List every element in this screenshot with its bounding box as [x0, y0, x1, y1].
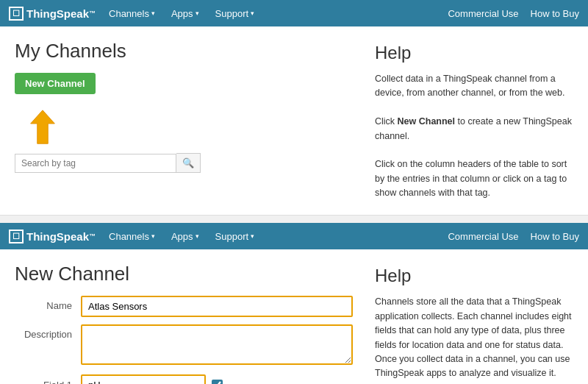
my-channels-section: My Channels New Channel 🔍 Help Collect d… [0, 26, 588, 216]
brand-icon-2: ☐ [9, 230, 24, 243]
field1-input[interactable] [81, 374, 206, 384]
help-panel: Help Collect data in a ThingSpeak channe… [375, 40, 573, 200]
field1-row: Field 1 [15, 374, 353, 384]
description-textarea[interactable] [81, 324, 353, 365]
description-row: Description [15, 324, 353, 367]
svg-marker-0 [31, 110, 55, 143]
name-input[interactable] [81, 296, 353, 317]
field1-checkbox[interactable] [212, 380, 223, 384]
help2-title: Help [375, 263, 573, 289]
new-channel-section: New Channel Name Description Field 1 [0, 249, 588, 384]
help-text: Collect data in a ThingSpeak channel fro… [375, 72, 573, 200]
brand-name-2: ThingSpeak [26, 230, 89, 243]
form-title: New Channel [15, 263, 353, 285]
navbar-top: ☐ ThingSpeak™ Channels ▾ Apps ▾ Support … [0, 0, 588, 26]
name-field-wrap [81, 296, 353, 317]
nav-channels[interactable]: Channels ▾ [101, 4, 162, 24]
commercial-use-link[interactable]: Commercial Use [448, 8, 518, 19]
help-paragraph1: Collect data in a ThingSpeak channel fro… [375, 72, 573, 101]
description-label: Description [15, 324, 81, 340]
nav-links-2: Channels ▾ Apps ▾ Support ▾ [101, 227, 448, 246]
channels-left-panel: My Channels New Channel 🔍 [15, 40, 353, 200]
chevron-down-icon: ▾ [151, 10, 155, 17]
help-title: Help [375, 40, 573, 66]
nav-apps-2[interactable]: Apps ▾ [164, 227, 207, 246]
chevron-down-icon-2: ▾ [151, 232, 155, 240]
help2-paragraph: Channels store all the data that a Thing… [375, 295, 573, 380]
description-field-wrap [81, 324, 353, 367]
new-channel-button[interactable]: New Channel [15, 73, 96, 94]
page-title: My Channels [15, 40, 353, 63]
navbar-bottom: ☐ ThingSpeak™ Channels ▾ Apps ▾ Support … [0, 223, 588, 249]
help-paragraph3: Click on the column headers of the table… [375, 157, 573, 200]
help-link-text: New Channel [398, 116, 456, 127]
chevron-down-icon: ▾ [196, 10, 199, 17]
help-paragraph2: Click New Channel to create a new ThingS… [375, 115, 573, 143]
search-input[interactable] [15, 154, 176, 173]
brand-icon: ☐ [9, 7, 24, 21]
help-panel-2: Help Channels store all the data that a … [375, 263, 573, 384]
nav-channels-2[interactable]: Channels ▾ [101, 227, 162, 246]
nav-links: Channels ▾ Apps ▾ Support ▾ [101, 4, 448, 24]
nav-right: Commercial Use How to Buy [448, 8, 579, 19]
form-panel: New Channel Name Description Field 1 [15, 263, 353, 384]
nav-right-2: Commercial Use How to Buy [448, 231, 579, 242]
nav-apps[interactable]: Apps ▾ [164, 4, 207, 24]
how-to-buy-link[interactable]: How to Buy [531, 8, 579, 19]
field1-label: Field 1 [15, 380, 81, 384]
name-row: Name [15, 296, 353, 317]
commercial-use-link-2[interactable]: Commercial Use [448, 231, 518, 242]
nav-support[interactable]: Support ▾ [208, 4, 262, 24]
search-row: 🔍 [15, 153, 353, 173]
chevron-down-icon: ▾ [251, 10, 254, 17]
field1-input-wrap [81, 374, 223, 384]
brand-name: ThingSpeak [26, 7, 89, 20]
name-label: Name [15, 296, 81, 311]
how-to-buy-link-2[interactable]: How to Buy [531, 231, 579, 242]
brand-logo: ☐ ThingSpeak™ [9, 7, 96, 21]
nav-support-2[interactable]: Support ▾ [208, 227, 262, 246]
brand-logo-2: ☐ ThingSpeak™ [9, 230, 96, 243]
chevron-down-icon-4: ▾ [251, 232, 254, 240]
search-button[interactable]: 🔍 [176, 153, 201, 173]
arrow-indicator [28, 109, 353, 146]
chevron-down-icon-3: ▾ [196, 232, 199, 240]
